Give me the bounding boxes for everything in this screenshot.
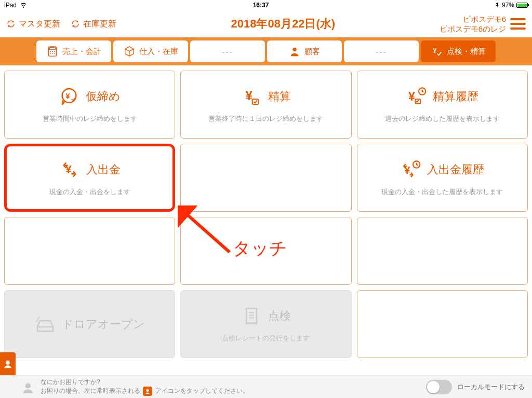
tab-settlement-label: 点検・精算 (447, 47, 486, 57)
status-bar: iPad 16:37 97% (0, 0, 532, 10)
svg-point-7 (54, 53, 55, 54)
user-line1: ピポスデモ6 (440, 14, 506, 24)
tile-empty-3 (180, 217, 351, 285)
local-mode-toggle[interactable] (426, 380, 452, 394)
tile-karishime-desc: 営業時間中のレジ締めをします (43, 114, 137, 123)
bluetooth-icon (495, 2, 500, 9)
tab-customer[interactable]: 顧客 (267, 40, 342, 62)
tile-seisan-title: 精算 (268, 89, 291, 104)
svg-point-4 (54, 51, 55, 52)
battery-icon (516, 3, 528, 8)
svg-text:¥: ¥ (65, 162, 71, 175)
tile-drawer-open: ドロアオープン (4, 290, 175, 358)
header: マスタ更新 在庫更新 2018年08月22日(水) ピポスデモ6 ピポスデモ6の… (0, 10, 532, 37)
tile-nyushukkin-title: 入出金 (86, 162, 121, 177)
footer-line1: なにかお困りですか? (41, 378, 249, 386)
tab-settlement[interactable]: ¥ 点検・精算 (421, 40, 496, 62)
battery-pct: 97% (502, 2, 514, 9)
yen-transfer-icon: ¥ (59, 159, 80, 180)
svg-point-2 (50, 51, 51, 52)
tile-seisan[interactable]: ¥ 精算 営業終了時に１日のレジ締めをします (180, 71, 351, 139)
tiles-grid: ¥ 仮締め 営業時間中のレジ締めをします ¥ 精算 営業終了時に１日のレジ締めを… (0, 65, 532, 358)
user-block: ピポスデモ6 ピポスデモ6のレジ (440, 14, 506, 34)
footer: なにかお困りですか? お困りの場合、左に常時表示される アイコンをタップしてくだ… (0, 375, 532, 398)
tile-tenken-title: 点検 (268, 308, 291, 324)
yen-check-icon: ¥ (241, 86, 262, 107)
footer-text: なにかお困りですか? お困りの場合、左に常時表示される アイコンをタップしてくだ… (41, 378, 249, 395)
svg-text:¥: ¥ (245, 88, 252, 102)
yen-transfer-clock-icon: ¥ (400, 159, 421, 180)
user-line2: ピポスデモ6のレジ (440, 24, 506, 34)
device-label: iPad (4, 2, 17, 9)
date-title: 2018年08月22日(水) (127, 16, 440, 32)
tab-blank-1-label: --- (222, 47, 233, 56)
tile-seisan-desc: 営業終了時に１日のレジ締めをします (208, 114, 323, 123)
refresh-master-label: マスタ更新 (19, 19, 60, 30)
yen-clock-icon: ¥ (406, 86, 427, 107)
tile-empty-5 (357, 290, 528, 358)
refresh-stock-label: 在庫更新 (83, 19, 116, 30)
tab-purchase[interactable]: 仕入・在庫 (113, 40, 188, 62)
receipt-icon (241, 306, 262, 326)
refresh-master-button[interactable]: マスタ更新 (6, 19, 60, 30)
tile-nyushukkin-history-desc: 現金の入金・出金した履歴を表示します (381, 187, 503, 197)
calculator-icon (47, 46, 58, 57)
svg-rect-1 (49, 48, 55, 50)
tile-karishime[interactable]: ¥ 仮締め 営業時間中のレジ締めをします (4, 71, 175, 139)
support-inline-icon (143, 387, 152, 396)
tab-sales-label: 売上・会計 (62, 47, 101, 57)
yen-check-icon: ¥ (431, 46, 443, 57)
tile-nyushukkin-history[interactable]: ¥ 入出金履歴 現金の入金・出金した履歴を表示します (357, 144, 528, 212)
tab-sales[interactable]: 売上・会計 (36, 40, 111, 62)
help-side-tab[interactable] (0, 352, 16, 375)
svg-point-6 (52, 53, 53, 54)
svg-text:¥: ¥ (65, 91, 70, 100)
person-icon (289, 46, 300, 57)
tile-seisan-history-title: 精算履歴 (433, 89, 478, 104)
tile-tenken-desc: 点検レシートの発行をします (222, 334, 310, 343)
tab-blank-2[interactable]: --- (344, 40, 419, 62)
svg-point-3 (52, 51, 53, 52)
drawer-icon (35, 314, 56, 335)
yen-bubble-icon: ¥ (59, 86, 79, 107)
tile-seisan-history-desc: 過去のレジ締めした履歴を表示します (385, 114, 500, 123)
svg-text:¥: ¥ (408, 90, 415, 103)
tile-empty-2 (4, 217, 175, 285)
footer-line2a: お困りの場合、左に常時表示される (41, 387, 140, 394)
footer-line2b: アイコンをタップしてください。 (155, 387, 249, 394)
tile-drawer-open-title: ドロアオープン (62, 317, 145, 332)
support-icon (21, 380, 35, 394)
tile-nyushukkin[interactable]: ¥ 入出金 現金の入金・出金をします (4, 144, 175, 212)
refresh-stock-button[interactable]: 在庫更新 (71, 19, 116, 30)
svg-text:¥: ¥ (433, 47, 436, 54)
tab-customer-label: 顧客 (304, 47, 320, 57)
menu-button[interactable] (510, 18, 526, 30)
tile-tenken: 点検 点検レシートの発行をします (180, 290, 351, 358)
tab-blank-1[interactable]: --- (190, 40, 265, 62)
tile-nyushukkin-desc: 現金の入金・出金をします (49, 187, 130, 197)
local-mode-label: ローカルモードにする (457, 382, 525, 392)
tile-karishime-title: 仮締め (86, 89, 121, 104)
nav-bar: 売上・会計 仕入・在庫 --- 顧客 --- ¥ 点検・精算 (0, 37, 532, 65)
svg-point-23 (147, 389, 149, 392)
clock: 16:37 (27, 2, 495, 9)
tile-empty-4 (357, 217, 528, 285)
box-icon (124, 46, 135, 57)
tab-blank-2-label: --- (376, 47, 387, 56)
tile-empty-1 (180, 144, 351, 212)
svg-point-8 (292, 48, 296, 51)
tile-nyushukkin-history-title: 入出金履歴 (427, 162, 484, 177)
svg-point-22 (25, 382, 31, 388)
svg-point-5 (50, 53, 51, 54)
tab-purchase-label: 仕入・在庫 (139, 47, 178, 57)
support-icon (3, 359, 13, 369)
tile-seisan-history[interactable]: ¥ 精算履歴 過去のレジ締めした履歴を表示します (357, 71, 528, 139)
wifi-icon (20, 1, 27, 10)
